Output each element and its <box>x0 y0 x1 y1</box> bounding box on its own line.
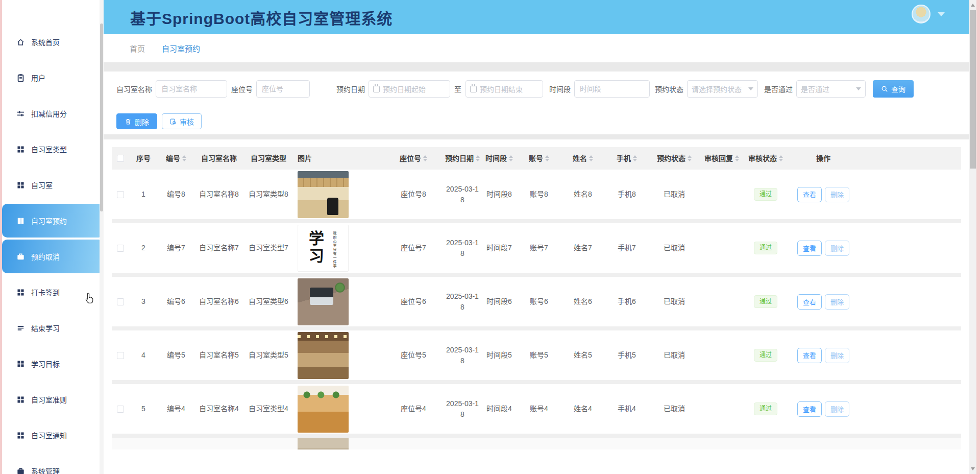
cell-mc: 自习室名称8 <box>194 189 243 199</box>
sort-caret[interactable] <box>688 155 692 161</box>
cell-sj: 手机7 <box>605 243 649 253</box>
row-delete-button[interactable]: 删除 <box>825 401 849 417</box>
avatar[interactable] <box>912 5 930 23</box>
sidebar-item-扣减信用分[interactable]: 扣减信用分 <box>2 102 104 125</box>
row-checkbox[interactable] <box>117 245 124 252</box>
review-button[interactable]: 审核 <box>162 113 202 129</box>
sidebar-item-结束学习[interactable]: 结束学习 <box>2 317 104 339</box>
book-icon <box>16 217 25 225</box>
row-checkbox[interactable] <box>117 406 124 413</box>
sort-caret[interactable] <box>182 155 186 161</box>
tab-reservation[interactable]: 自习室预约 <box>162 43 200 54</box>
cell-zh: 账号5 <box>517 350 561 360</box>
scroll-down-icon[interactable] <box>971 467 975 470</box>
table-header: 序号编号自习室名称自习室类型图片座位号预约日期时间段账号姓名手机预约状态审核回复… <box>112 147 961 170</box>
vertical-scrollbar[interactable] <box>969 0 976 474</box>
sidebar-item-学习目标[interactable]: 学习目标 <box>2 352 104 375</box>
sort-caret[interactable] <box>779 155 783 161</box>
column-header-审核回复: 审核回复 <box>700 153 744 163</box>
sidebar-item-用户[interactable]: 用户 <box>2 66 104 89</box>
sort-caret[interactable] <box>735 155 739 161</box>
row-delete-button[interactable]: 删除 <box>825 348 849 363</box>
briefcase-icon <box>16 467 25 474</box>
view-button[interactable]: 查看 <box>797 294 822 310</box>
sidebar-item-预约取消[interactable]: 预约取消 <box>2 240 104 273</box>
review-status-tag: 通过 <box>754 242 777 254</box>
cell-yyrq: 2025-03-18 <box>444 184 481 205</box>
row-delete-button[interactable]: 删除 <box>825 187 849 202</box>
sidebar-item-打卡签到[interactable]: 打卡签到 <box>2 281 104 303</box>
column-header-手机: 手机 <box>605 153 649 163</box>
cell-zwh: 座位号4 <box>383 404 444 414</box>
column-header-预约日期: 预约日期 <box>444 153 481 163</box>
grid-icon <box>16 288 25 297</box>
grid-icon <box>16 395 25 404</box>
sort-caret[interactable] <box>589 155 593 161</box>
sidebar-item-自习室准则[interactable]: 自习室准则 <box>2 388 104 411</box>
cell-sjd: 时间段8 <box>481 189 517 199</box>
view-button[interactable]: 查看 <box>797 241 822 256</box>
chevron-down-icon[interactable] <box>938 12 945 16</box>
sort-caret[interactable] <box>423 155 427 161</box>
filter-panel: 自习室名称 座位号 预约日期 预约日期起始 至 预约日期结束 时间段 预约状态 … <box>104 72 969 134</box>
sidebar-item-label: 结束学习 <box>31 323 60 333</box>
column-header-操作: 操作 <box>788 153 859 163</box>
column-header-自习室类型: 自习室类型 <box>243 153 293 163</box>
column-header-审核状态: 审核状态 <box>744 153 788 163</box>
room-image: 学习我的心里只有一件事 <box>298 225 349 272</box>
row-delete-button[interactable]: 删除 <box>825 294 849 310</box>
sidebar-item-自习室通知[interactable]: 自习室通知 <box>2 424 104 446</box>
sort-caret[interactable] <box>476 155 480 161</box>
row-checkbox[interactable] <box>117 352 124 359</box>
search-icon <box>881 85 888 92</box>
chevron-down-icon <box>748 87 753 90</box>
room-name-input[interactable] <box>156 80 227 98</box>
seat-input[interactable] <box>256 80 310 98</box>
status-select[interactable]: 请选择预约状态 <box>687 80 758 98</box>
cell-sj: 手机6 <box>605 296 649 306</box>
tab-home[interactable]: 首页 <box>130 43 145 54</box>
sort-caret[interactable] <box>509 155 513 161</box>
cell-mc: 自习室名称4 <box>194 404 243 414</box>
cell-mc: 自习室名称6 <box>194 296 243 306</box>
sidebar-item-label: 用户 <box>31 73 45 83</box>
sort-caret[interactable] <box>545 155 549 161</box>
sort-caret[interactable] <box>633 155 637 161</box>
view-button[interactable]: 查看 <box>797 401 822 417</box>
cell-lx: 自习室类型8 <box>243 189 293 199</box>
review-status-tag: 通过 <box>754 402 777 415</box>
cell-xh: 4 <box>129 350 158 360</box>
cell-bh: 编号8 <box>158 189 194 199</box>
breadcrumb-tabs: 首页 自习室预约 <box>104 34 969 62</box>
time-input[interactable] <box>574 80 650 98</box>
status-label: 预约状态 <box>655 84 683 94</box>
date-end-input[interactable]: 预约日期结束 <box>465 80 543 98</box>
table-row: 2编号7自习室名称7自习室类型7学习我的心里只有一件事座位号72025-03-1… <box>112 223 961 277</box>
pass-select[interactable]: 是否通过 <box>796 80 866 98</box>
delete-button[interactable]: 删除 <box>116 113 157 129</box>
search-button[interactable]: 查询 <box>873 80 914 98</box>
review-status-tag: 通过 <box>754 188 777 201</box>
sidebar-scrollbar[interactable] <box>100 0 104 474</box>
view-button[interactable]: 查看 <box>797 187 822 202</box>
scrollbar-thumb[interactable] <box>970 10 976 169</box>
sidebar-item-自习室类型[interactable]: 自习室类型 <box>2 138 104 160</box>
sidebar-item-系统管理[interactable]: 系统管理 <box>2 460 104 474</box>
date-to-label: 至 <box>454 84 461 94</box>
select-all-checkbox[interactable] <box>117 155 124 162</box>
reservation-status: 已取消 <box>649 296 700 306</box>
scroll-up-icon[interactable] <box>971 4 975 7</box>
date-start-input[interactable]: 预约日期起始 <box>369 80 450 98</box>
trash-icon <box>125 118 132 125</box>
cell-yyrq: 2025-03-18 <box>444 345 481 366</box>
sidebar-item-自习室[interactable]: 自习室 <box>2 174 104 196</box>
view-button[interactable]: 查看 <box>797 348 822 363</box>
row-checkbox[interactable] <box>117 298 124 305</box>
sidebar-item-自习室预约[interactable]: 自习室预约 <box>2 204 104 238</box>
row-checkbox[interactable] <box>117 191 124 198</box>
home-icon <box>16 38 25 46</box>
cell-zh: 账号6 <box>517 296 561 306</box>
column-header-预约状态: 预约状态 <box>649 153 700 163</box>
row-delete-button[interactable]: 删除 <box>825 241 849 256</box>
sidebar-item-系统首页[interactable]: 系统首页 <box>2 31 104 53</box>
